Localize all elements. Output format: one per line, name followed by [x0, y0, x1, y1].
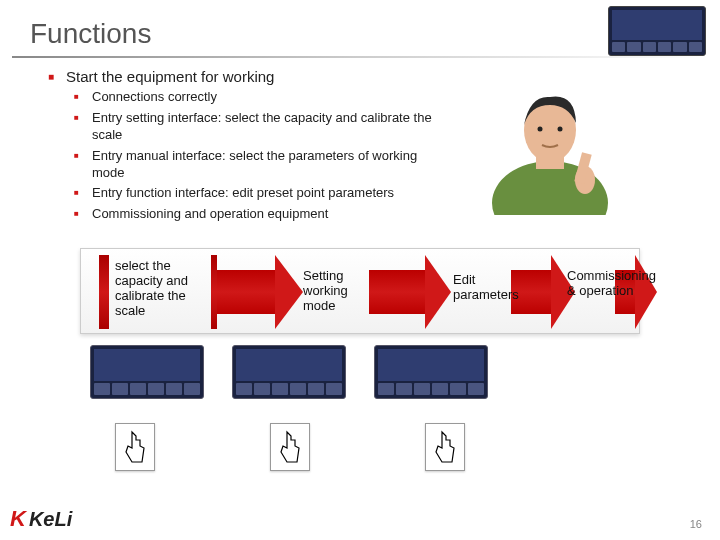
pointer-icon [425, 423, 465, 471]
title-underline [12, 56, 704, 58]
bullet-level2: Entry manual interface: select the param… [74, 146, 440, 184]
logo-mark: K [10, 506, 26, 532]
pointer-icon [270, 423, 310, 471]
process-flow: select the capacity and calibrate the sc… [80, 248, 640, 334]
svg-rect-2 [536, 157, 564, 169]
device-thumbnail-top [608, 6, 706, 56]
svg-point-6 [558, 127, 563, 132]
device-thumbnail [90, 345, 204, 399]
brand-logo: K KeLi [10, 506, 72, 532]
page-number: 16 [690, 518, 702, 530]
bullet-level2: Entry setting interface: select the capa… [74, 108, 440, 146]
logo-text: KeLi [29, 508, 72, 531]
bullet-level2: Commissioning and operation equipment [74, 204, 440, 225]
flow-step-2: Setting working mode [303, 269, 373, 314]
bullet-list: Start the equipment for working Connecti… [0, 66, 440, 225]
pointer-icon [115, 423, 155, 471]
flow-step-1: select the capacity and calibrate the sc… [115, 259, 205, 319]
pointer-icons-row [115, 423, 465, 471]
svg-point-5 [538, 127, 543, 132]
bullet-level1: Start the equipment for working [48, 66, 440, 87]
person-illustration [480, 85, 620, 215]
flow-step-4: Commissioning & operation [567, 269, 659, 299]
bullet-level2: Entry function interface: edit preset po… [74, 183, 440, 204]
device-thumbnail [374, 345, 488, 399]
bullet-level2: Connections correctly [74, 87, 440, 108]
device-thumbnails-row [90, 345, 488, 399]
device-thumbnail [232, 345, 346, 399]
flow-step-3: Edit parameters [453, 273, 533, 303]
